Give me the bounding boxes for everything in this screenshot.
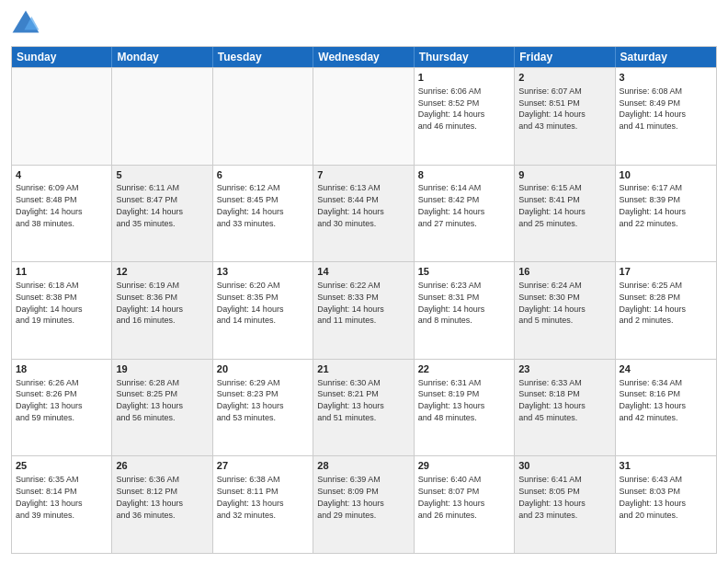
day-number: 23 [518, 362, 610, 376]
day-info: Sunrise: 6:28 AM Sunset: 8:25 PM Dayligh… [116, 378, 183, 422]
day-cell-1: 1Sunrise: 6:06 AM Sunset: 8:52 PM Daylig… [415, 68, 515, 165]
day-cell-7: 7Sunrise: 6:13 AM Sunset: 8:44 PM Daylig… [313, 166, 414, 262]
day-info: Sunrise: 6:23 AM Sunset: 8:31 PM Dayligh… [418, 281, 485, 325]
calendar-row-1: 4Sunrise: 6:09 AM Sunset: 8:48 PM Daylig… [12, 165, 716, 262]
day-number: 24 [620, 362, 712, 376]
day-info: Sunrise: 6:20 AM Sunset: 8:35 PM Dayligh… [217, 281, 284, 325]
day-cell-4: 4Sunrise: 6:09 AM Sunset: 8:48 PM Daylig… [12, 166, 112, 262]
day-cell-29: 29Sunrise: 6:40 AM Sunset: 8:07 PM Dayli… [415, 456, 515, 553]
day-info: Sunrise: 6:17 AM Sunset: 8:39 PM Dayligh… [620, 183, 687, 227]
header-day-tuesday: Tuesday [213, 47, 313, 67]
calendar-row-2: 11Sunrise: 6:18 AM Sunset: 8:38 PM Dayli… [12, 261, 716, 359]
day-number: 18 [16, 362, 108, 376]
day-info: Sunrise: 6:22 AM Sunset: 8:33 PM Dayligh… [317, 281, 384, 325]
day-number: 9 [518, 168, 610, 182]
day-cell-17: 17Sunrise: 6:25 AM Sunset: 8:28 PM Dayli… [616, 262, 716, 359]
day-info: Sunrise: 6:33 AM Sunset: 8:18 PM Dayligh… [518, 378, 586, 422]
header-day-friday: Friday [515, 47, 615, 67]
header-day-monday: Monday [112, 47, 212, 67]
day-cell-26: 26Sunrise: 6:36 AM Sunset: 8:12 PM Dayli… [112, 456, 212, 553]
day-cell-20: 20Sunrise: 6:29 AM Sunset: 8:23 PM Dayli… [213, 360, 313, 456]
day-info: Sunrise: 6:15 AM Sunset: 8:41 PM Dayligh… [518, 183, 586, 227]
day-info: Sunrise: 6:36 AM Sunset: 8:12 PM Dayligh… [116, 475, 183, 519]
day-info: Sunrise: 6:34 AM Sunset: 8:16 PM Dayligh… [620, 378, 687, 422]
header-day-saturday: Saturday [616, 47, 716, 67]
day-cell-2: 2Sunrise: 6:07 AM Sunset: 8:51 PM Daylig… [515, 68, 615, 165]
day-cell-18: 18Sunrise: 6:26 AM Sunset: 8:26 PM Dayli… [12, 360, 112, 456]
day-number: 15 [418, 265, 510, 279]
day-info: Sunrise: 6:13 AM Sunset: 8:44 PM Dayligh… [317, 183, 384, 227]
day-cell-10: 10Sunrise: 6:17 AM Sunset: 8:39 PM Dayli… [616, 166, 716, 262]
day-cell-23: 23Sunrise: 6:33 AM Sunset: 8:18 PM Dayli… [515, 360, 615, 456]
day-info: Sunrise: 6:35 AM Sunset: 8:14 PM Dayligh… [16, 475, 83, 519]
day-number: 30 [518, 459, 610, 473]
calendar-row-4: 25Sunrise: 6:35 AM Sunset: 8:14 PM Dayli… [12, 455, 716, 553]
calendar-row-0: 1Sunrise: 6:06 AM Sunset: 8:52 PM Daylig… [12, 67, 716, 165]
day-info: Sunrise: 6:31 AM Sunset: 8:19 PM Dayligh… [418, 378, 485, 422]
day-number: 3 [620, 71, 712, 85]
day-info: Sunrise: 6:11 AM Sunset: 8:47 PM Dayligh… [116, 183, 183, 227]
day-cell-8: 8Sunrise: 6:14 AM Sunset: 8:42 PM Daylig… [415, 166, 515, 262]
day-number: 4 [16, 168, 108, 182]
calendar-body: 1Sunrise: 6:06 AM Sunset: 8:52 PM Daylig… [12, 67, 716, 553]
day-info: Sunrise: 6:38 AM Sunset: 8:11 PM Dayligh… [217, 475, 284, 519]
day-cell-6: 6Sunrise: 6:12 AM Sunset: 8:45 PM Daylig… [213, 166, 313, 262]
day-number: 13 [217, 265, 309, 279]
day-cell-12: 12Sunrise: 6:19 AM Sunset: 8:36 PM Dayli… [112, 262, 212, 359]
day-info: Sunrise: 6:40 AM Sunset: 8:07 PM Dayligh… [418, 475, 485, 519]
day-cell-15: 15Sunrise: 6:23 AM Sunset: 8:31 PM Dayli… [415, 262, 515, 359]
day-number: 5 [116, 168, 208, 182]
day-number: 29 [418, 459, 510, 473]
day-number: 22 [418, 362, 510, 376]
calendar-header: SundayMondayTuesdayWednesdayThursdayFrid… [12, 47, 716, 67]
day-number: 25 [16, 459, 108, 473]
day-cell-27: 27Sunrise: 6:38 AM Sunset: 8:11 PM Dayli… [213, 456, 313, 553]
day-info: Sunrise: 6:09 AM Sunset: 8:48 PM Dayligh… [16, 183, 83, 227]
day-cell-25: 25Sunrise: 6:35 AM Sunset: 8:14 PM Dayli… [12, 456, 112, 553]
day-info: Sunrise: 6:41 AM Sunset: 8:05 PM Dayligh… [518, 475, 586, 519]
day-number: 6 [217, 168, 309, 182]
day-info: Sunrise: 6:06 AM Sunset: 8:52 PM Dayligh… [418, 86, 485, 131]
day-number: 2 [518, 71, 610, 85]
day-number: 19 [116, 362, 208, 376]
day-cell-16: 16Sunrise: 6:24 AM Sunset: 8:30 PM Dayli… [515, 262, 615, 359]
day-number: 28 [317, 459, 409, 473]
logo [11, 9, 44, 39]
day-info: Sunrise: 6:39 AM Sunset: 8:09 PM Dayligh… [317, 475, 384, 519]
day-info: Sunrise: 6:08 AM Sunset: 8:49 PM Dayligh… [620, 86, 687, 131]
calendar-row-3: 18Sunrise: 6:26 AM Sunset: 8:26 PM Dayli… [12, 359, 716, 456]
day-info: Sunrise: 6:25 AM Sunset: 8:28 PM Dayligh… [620, 281, 687, 325]
header-day-sunday: Sunday [12, 47, 112, 67]
day-number: 8 [418, 168, 510, 182]
day-number: 27 [217, 459, 309, 473]
day-number: 31 [620, 459, 712, 473]
day-cell-30: 30Sunrise: 6:41 AM Sunset: 8:05 PM Dayli… [515, 456, 615, 553]
day-info: Sunrise: 6:14 AM Sunset: 8:42 PM Dayligh… [418, 183, 485, 227]
day-cell-14: 14Sunrise: 6:22 AM Sunset: 8:33 PM Dayli… [313, 262, 414, 359]
day-info: Sunrise: 6:26 AM Sunset: 8:26 PM Dayligh… [16, 378, 83, 422]
day-cell-13: 13Sunrise: 6:20 AM Sunset: 8:35 PM Dayli… [213, 262, 313, 359]
day-info: Sunrise: 6:12 AM Sunset: 8:45 PM Dayligh… [217, 183, 284, 227]
day-cell-5: 5Sunrise: 6:11 AM Sunset: 8:47 PM Daylig… [112, 166, 212, 262]
page: SundayMondayTuesdayWednesdayThursdayFrid… [0, 0, 728, 563]
day-cell-9: 9Sunrise: 6:15 AM Sunset: 8:41 PM Daylig… [515, 166, 615, 262]
logo-icon [11, 9, 40, 39]
day-cell-11: 11Sunrise: 6:18 AM Sunset: 8:38 PM Dayli… [12, 262, 112, 359]
empty-cell [313, 68, 414, 165]
empty-cell [12, 68, 112, 165]
day-number: 11 [16, 265, 108, 279]
day-number: 26 [116, 459, 208, 473]
day-cell-19: 19Sunrise: 6:28 AM Sunset: 8:25 PM Dayli… [112, 360, 212, 456]
day-number: 1 [418, 71, 510, 85]
day-number: 7 [317, 168, 409, 182]
day-info: Sunrise: 6:29 AM Sunset: 8:23 PM Dayligh… [217, 378, 284, 422]
day-cell-3: 3Sunrise: 6:08 AM Sunset: 8:49 PM Daylig… [616, 68, 716, 165]
day-number: 10 [620, 168, 712, 182]
calendar: SundayMondayTuesdayWednesdayThursdayFrid… [11, 46, 717, 554]
header-day-thursday: Thursday [415, 47, 515, 67]
day-info: Sunrise: 6:30 AM Sunset: 8:21 PM Dayligh… [317, 378, 384, 422]
day-number: 17 [620, 265, 712, 279]
day-number: 14 [317, 265, 409, 279]
day-cell-31: 31Sunrise: 6:43 AM Sunset: 8:03 PM Dayli… [616, 456, 716, 553]
day-number: 12 [116, 265, 208, 279]
